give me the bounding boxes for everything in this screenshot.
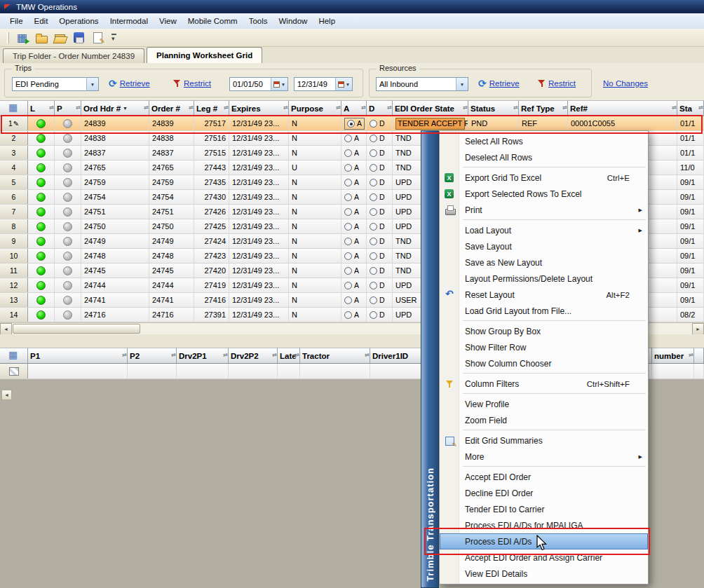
radio-icon[interactable] xyxy=(344,296,352,304)
calendar-dropdown-icon[interactable]: ▼ xyxy=(335,78,352,90)
radio-a-option[interactable]: A xyxy=(344,281,359,289)
calendar-dropdown-icon[interactable]: ▼ xyxy=(271,78,287,90)
no-changes-link[interactable]: No Changes xyxy=(603,79,648,88)
menu-item-deselect-all-rows[interactable]: Deselect All Rows xyxy=(440,149,648,165)
radio-a-option[interactable]: A xyxy=(344,222,359,231)
menu-item-accept-edi-order-and-assign-carrier[interactable]: Accept EDI Order and Assign Carrier xyxy=(440,549,648,566)
menu-item-show-group-by-box[interactable]: Show Group By Box xyxy=(440,323,648,339)
radio-d-option[interactable]: D xyxy=(370,163,385,172)
menu-item-process-edi-a-ds-for-mpaliga[interactable]: Process EDI A/Ds for MPALIGA xyxy=(440,517,648,533)
radio-d-option[interactable]: D xyxy=(370,149,385,157)
radio-a-option[interactable]: A xyxy=(344,266,359,275)
menubar-item-view[interactable]: View xyxy=(154,15,182,27)
radio-icon[interactable] xyxy=(344,311,352,319)
radio-icon[interactable] xyxy=(370,311,377,319)
menu-item-save-layout[interactable]: Save Layout xyxy=(440,238,648,254)
radio-icon[interactable] xyxy=(370,238,377,245)
grid-row[interactable]: 1✎24839248392751712/31/49 23...NADTENDER… xyxy=(0,116,704,131)
column-header-ref[interactable]: Ref#⇄ xyxy=(568,100,677,116)
menubar-item-help[interactable]: Help xyxy=(313,15,341,27)
radio-icon[interactable] xyxy=(370,149,377,157)
menu-item-reset-layout[interactable]: Reset LayoutAlt+F2 xyxy=(440,287,648,303)
radio-d-option[interactable]: D xyxy=(370,281,385,289)
radio-a-option[interactable]: A xyxy=(344,310,359,319)
menu-item-layout-permissions-delete-layout[interactable]: Layout Permissions/Delete Layout xyxy=(440,271,648,287)
menu-item-export-grid-to-excel[interactable]: Export Grid To ExcelCtrl+E xyxy=(440,170,648,186)
resources-filter-combo[interactable]: All Inbound ▼ xyxy=(376,77,468,91)
radio-d-option[interactable]: D xyxy=(370,119,385,128)
save-icon[interactable] xyxy=(72,31,86,45)
radio-icon[interactable] xyxy=(370,135,377,142)
column-header-expires[interactable]: Expires⇄ xyxy=(229,100,289,116)
column-header-late[interactable]: Late⇄ xyxy=(278,348,300,364)
menu-item-view-profile[interactable]: View Profile xyxy=(440,396,648,412)
scroll-thumb[interactable] xyxy=(13,324,140,334)
column-header-tractor[interactable]: Tractor⇄ xyxy=(300,348,370,364)
menu-item-load-layout[interactable]: Load Layout▶ xyxy=(440,222,648,238)
menu-item-tender-edi-to-carrier[interactable]: Tender EDI to Carrier xyxy=(440,501,648,517)
radio-icon[interactable] xyxy=(370,296,377,304)
column-header-edi-order-state[interactable]: EDI Order State⇄ xyxy=(393,100,468,116)
menubar-item-intermodal[interactable]: Intermodal xyxy=(104,15,154,27)
menu-item-decline-edi-order[interactable]: Decline EDI Order xyxy=(440,485,648,501)
radio-icon[interactable] xyxy=(370,120,377,128)
menu-item-show-column-chooser[interactable]: Show Column Chooser xyxy=(440,355,648,371)
column-header-ref-type[interactable]: Ref Type⇄ xyxy=(519,100,568,116)
menubar-item-mobile-comm[interactable]: Mobile Comm xyxy=(182,15,243,27)
menu-item-print[interactable]: Print▶ xyxy=(440,202,648,218)
dropdown-arrow-icon[interactable]: ▼ xyxy=(456,78,468,90)
column-header-ord-hdr[interactable]: Ord Hdr #▼⇄ xyxy=(81,100,149,116)
column-header-p2[interactable]: P2⇄ xyxy=(128,348,177,364)
column-header-a[interactable]: A⇄ xyxy=(341,100,367,116)
column-header-d[interactable]: D⇄ xyxy=(367,100,393,116)
grid-window-icon[interactable] xyxy=(15,31,29,45)
column-header-order[interactable]: Order #⇄ xyxy=(149,100,194,116)
column-header-purpose[interactable]: Purpose⇄ xyxy=(289,100,341,116)
menubar-item-window[interactable]: Window xyxy=(273,15,313,27)
menu-item-more[interactable]: More▶ xyxy=(440,449,648,465)
radio-icon[interactable] xyxy=(370,223,377,231)
radio-d-option[interactable]: D xyxy=(370,237,385,245)
menu-item-column-filters[interactable]: Column FiltersCtrl+Shift+F xyxy=(440,376,648,392)
menubar-item-edit[interactable]: Edit xyxy=(29,15,54,27)
menu-item-accept-edi-order[interactable]: Accept EDI Order xyxy=(440,469,648,485)
menu-item-select-all-rows[interactable]: Select All Rows xyxy=(440,133,648,149)
radio-icon[interactable] xyxy=(344,267,352,275)
trips-filter-combo[interactable]: EDI Pending ▼ xyxy=(12,77,99,91)
radio-a-option[interactable]: A xyxy=(344,134,359,142)
radio-d-option[interactable]: D xyxy=(370,296,385,304)
menu-item-show-filter-row[interactable]: Show Filter Row xyxy=(440,339,648,355)
column-header-drv2p1[interactable]: Drv2P1⇄ xyxy=(177,348,229,364)
radio-icon[interactable] xyxy=(344,282,352,289)
radio-icon[interactable] xyxy=(344,238,352,245)
tab-planning-worksheet-grid[interactable]: Planning Worksheet Grid xyxy=(147,47,262,63)
radio-d-option[interactable]: D xyxy=(370,178,385,186)
radio-icon[interactable] xyxy=(370,193,377,201)
trips-restrict-link[interactable]: Restrict xyxy=(184,79,211,88)
new-folder-icon[interactable] xyxy=(34,31,48,45)
radio-icon[interactable] xyxy=(344,223,352,231)
radio-d-option[interactable]: D xyxy=(370,310,385,319)
date-from-picker[interactable]: 01/01/50 ▼ xyxy=(229,77,288,91)
column-header-l[interactable]: L⇄ xyxy=(28,100,55,116)
open-folder-icon[interactable] xyxy=(53,31,67,45)
trimble-transportation-dock-tab[interactable]: Trimble Transportation xyxy=(421,130,439,588)
radio-d-option[interactable]: D xyxy=(370,252,385,260)
radio-icon[interactable] xyxy=(370,179,377,186)
radio-icon[interactable] xyxy=(344,164,352,172)
radio-d-option[interactable]: D xyxy=(370,222,385,231)
menu-item-save-as-new-layout[interactable]: Save as New Layout xyxy=(440,254,648,271)
menubar-item-file[interactable]: File xyxy=(4,15,29,27)
radio-icon[interactable] xyxy=(344,135,352,142)
column-header-number[interactable]: number⇄ xyxy=(652,348,694,364)
menubar-item-tools[interactable]: Tools xyxy=(243,15,273,27)
radio-icon[interactable] xyxy=(344,179,352,186)
radio-icon[interactable] xyxy=(344,208,352,216)
menu-item-load-grid-layout-from-file[interactable]: Load Grid Layout from File... xyxy=(440,303,648,319)
radio-d-option[interactable]: D xyxy=(370,266,385,275)
radio-icon[interactable] xyxy=(370,267,377,275)
resources-restrict-link[interactable]: Restrict xyxy=(548,79,576,88)
tab-trip-folder[interactable]: Trip Folder - Order Number 24839 xyxy=(3,48,144,63)
dropdown-arrow-icon[interactable]: ▼ xyxy=(86,78,98,90)
column-header-sta[interactable]: Sta⇄ xyxy=(677,100,704,116)
